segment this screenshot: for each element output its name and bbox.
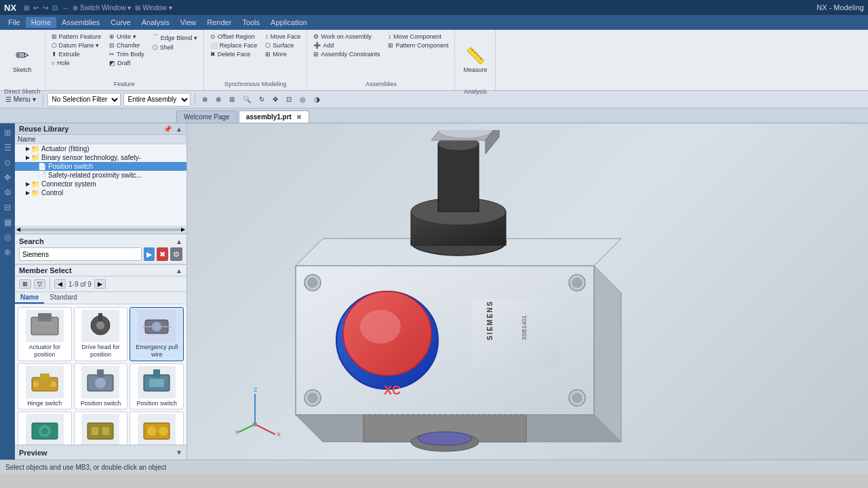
snap-btn[interactable]: ⊕ xyxy=(199,94,210,104)
chamfer-btn[interactable]: ⊟ Chamfer xyxy=(107,41,146,49)
search-options-btn[interactable]: ⚙ xyxy=(170,247,182,261)
search-clear-btn[interactable]: ✖ xyxy=(157,247,168,261)
delete-face-btn[interactable]: ✖ Delete Face xyxy=(208,50,260,58)
edge-blend-btn[interactable]: ⌒ Edge Blend ▾ xyxy=(151,33,199,43)
file-menu-btn[interactable]: ⊞ xyxy=(22,4,31,12)
pan-btn[interactable]: ✥ xyxy=(270,94,281,104)
member-prev-btn[interactable]: ◀ xyxy=(54,279,66,289)
view-btn[interactable]: ⊗ xyxy=(213,94,224,104)
member-item-6[interactable]: Position switch (Type xyxy=(18,411,72,445)
reuse-lib-pin[interactable]: 📌 xyxy=(162,125,173,133)
draft-btn[interactable]: ◩ Draft xyxy=(107,59,146,67)
tab-welcome[interactable]: Welcome Page xyxy=(176,110,237,123)
redo-btn[interactable]: ↪ xyxy=(41,4,50,12)
preview-toggle[interactable]: ▼ xyxy=(176,449,182,456)
member-count: 1-9 of 9 xyxy=(68,281,92,288)
open-btn[interactable]: ⊡ xyxy=(50,4,60,12)
extrude-btn[interactable]: ⬆ Extrude xyxy=(50,50,104,58)
zoom-btn[interactable]: 🔍 xyxy=(240,94,254,104)
menu-curve[interactable]: Curve xyxy=(105,17,136,28)
tree-item-position-switch[interactable]: 📄 Position switch xyxy=(15,162,186,171)
sidebar-icon-2[interactable]: ☰ xyxy=(3,141,13,155)
shell-btn[interactable]: ⬡ Shell xyxy=(151,43,199,52)
member-select-toggle[interactable]: ▲ xyxy=(176,267,182,274)
surface-btn[interactable]: ⬡ Surface xyxy=(263,41,302,49)
sidebar-icon-3[interactable]: ⊙ xyxy=(3,156,12,169)
tab-assembly-close[interactable]: ✖ xyxy=(296,114,302,121)
menu-analysis[interactable]: Analysis xyxy=(136,17,175,28)
svg-rect-10 xyxy=(40,373,50,380)
member-item-8[interactable]: Position switch with xyxy=(130,411,184,445)
move-component-btn[interactable]: ↕ Move Component xyxy=(386,33,450,41)
member-item-3[interactable]: Hinge switch xyxy=(18,363,72,410)
move-face-btn[interactable]: ↕ Move Face xyxy=(263,33,302,41)
rotate-btn[interactable]: ↻ xyxy=(256,94,267,104)
menu-application[interactable]: Application xyxy=(265,17,313,28)
member-item-4[interactable]: Position switch xyxy=(74,363,128,410)
window-menu-btn[interactable]: ⊞ Window ▾ xyxy=(133,4,174,12)
tree-item-connector[interactable]: ▶ 📁 Connector system xyxy=(15,180,186,188)
datum-plane-btn[interactable]: ⬡ Datum Plane ▾ xyxy=(50,41,104,49)
search-toggle[interactable]: ▲ xyxy=(176,238,182,245)
member-item-0[interactable]: Actuator for position xyxy=(18,307,72,361)
member-item-7[interactable]: Position switch with xyxy=(74,411,128,445)
trim-body-btn[interactable]: ✂ Trim Body xyxy=(107,50,146,58)
assembly-filter-select[interactable]: Entire Assembly xyxy=(123,93,191,106)
more-sync-btn[interactable]: ⊞ More xyxy=(263,50,302,58)
member-item-2[interactable]: Emergency pull wire xyxy=(130,307,184,361)
sidebar-icon-1[interactable]: ⊞ xyxy=(3,126,12,140)
save-btn[interactable]: → xyxy=(60,4,71,12)
tree-item-safety[interactable]: 📄 Safety-related proximity switc... xyxy=(15,171,186,180)
tree-scroll-right[interactable]: ▶ xyxy=(181,226,185,232)
switch-window-btn[interactable]: ⊕ Switch Window ▾ xyxy=(71,4,133,12)
search-go-btn[interactable]: ▶ xyxy=(144,247,155,261)
tree-item-binary[interactable]: ▶ 📁 Binary sensor technology, safety- xyxy=(15,153,186,162)
orient-btn[interactable]: ◎ xyxy=(297,94,309,104)
reuse-library-header[interactable]: Reuse Library 📌 ▲ xyxy=(15,123,186,135)
menu-home[interactable]: Home xyxy=(26,17,56,28)
member-item-5[interactable]: Position switch xyxy=(130,363,184,410)
measure-btn[interactable]: 📏 Measure xyxy=(459,33,491,87)
member-next-btn[interactable]: ▶ xyxy=(94,279,106,289)
assembly-constraints-btn[interactable]: ⊞ Assembly Constraints xyxy=(311,50,382,58)
pattern-feature-btn[interactable]: ⊞ Pattern Feature xyxy=(50,33,104,41)
sidebar-icon-7[interactable]: ▦ xyxy=(3,216,13,229)
hole-btn[interactable]: ○ Hole xyxy=(50,59,104,67)
offset-region-btn[interactable]: ⊙ Offset Region xyxy=(208,33,260,41)
search-input[interactable] xyxy=(19,247,142,261)
member-item-1[interactable]: Drive head for position xyxy=(74,307,128,361)
preview-section[interactable]: Preview ▼ xyxy=(15,445,186,460)
member-tab-standard[interactable]: Standard xyxy=(44,292,83,304)
menu-tools[interactable]: Tools xyxy=(237,17,265,28)
shading-btn[interactable]: ◑ xyxy=(311,94,323,104)
menu-view[interactable]: View xyxy=(175,17,202,28)
tab-assembly[interactable]: assembly1.prt ✖ xyxy=(239,110,309,123)
add-btn[interactable]: ➕ Add xyxy=(311,41,382,49)
menu-file[interactable]: File xyxy=(3,17,26,28)
sidebar-icon-8[interactable]: ◎ xyxy=(3,230,12,244)
menu-assemblies[interactable]: Assemblies xyxy=(56,17,105,28)
pattern-component-btn[interactable]: ⊞ Pattern Component xyxy=(386,41,450,49)
menu-render[interactable]: Render xyxy=(201,17,237,28)
sidebar-icon-6[interactable]: ⊟ xyxy=(3,201,12,214)
sketch-btn[interactable]: ✏ Sketch xyxy=(9,33,36,87)
reuse-lib-toggle[interactable]: ▲ xyxy=(176,125,182,133)
tree-item-actuator[interactable]: ▶ 📁 Actuator (fitting) xyxy=(15,144,186,153)
tree-item-control[interactable]: ▶ 📁 Control xyxy=(15,188,186,197)
work-on-assembly-btn[interactable]: ⚙ Work on Assembly xyxy=(311,33,382,41)
member-view-btn[interactable]: ⊞ xyxy=(19,279,31,289)
menu-toolbar-btn[interactable]: ☰ Menu ▾ xyxy=(3,94,39,104)
replace-face-btn[interactable]: ⬜ Replace Face xyxy=(208,41,260,49)
viewport[interactable]: SIEMENS 3SB1401 XC xyxy=(187,123,868,460)
undo-btn[interactable]: ↩ xyxy=(31,4,41,12)
selection-filter-select[interactable]: No Selection Filter xyxy=(47,93,121,106)
layer-btn[interactable]: ⊞ xyxy=(226,94,237,104)
sidebar-icon-9[interactable]: ⊕ xyxy=(3,245,12,259)
sidebar-icon-5[interactable]: ⚙ xyxy=(3,186,13,199)
toolbar-sep-1 xyxy=(43,94,43,106)
unite-btn[interactable]: ⊕ Unite ▾ xyxy=(107,33,146,41)
member-tab-name[interactable]: Name xyxy=(15,292,44,304)
member-filter-btn[interactable]: ▽ xyxy=(34,279,45,289)
fit-btn[interactable]: ⊡ xyxy=(283,94,294,104)
sidebar-icon-4[interactable]: ✥ xyxy=(3,171,12,184)
